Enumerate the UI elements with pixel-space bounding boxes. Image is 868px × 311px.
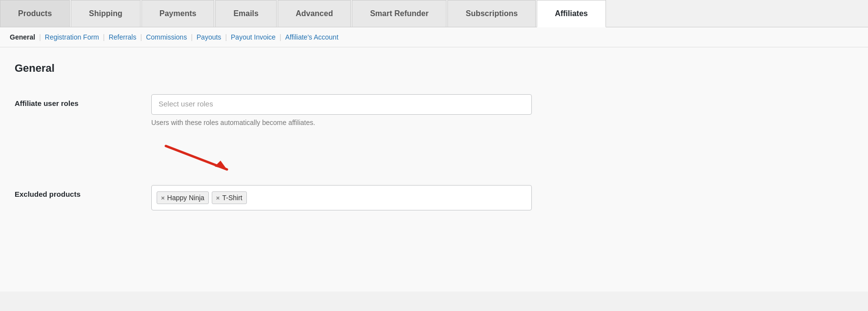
subnav-referrals[interactable]: Referrals: [109, 33, 137, 41]
excluded-products-row: Excluded products × Happy Ninja × T-Shir…: [15, 180, 853, 215]
excluded-products-label: Excluded products: [15, 185, 151, 198]
subnav-payout-invoice[interactable]: Payout Invoice: [231, 33, 276, 41]
separator-2: |: [103, 33, 105, 41]
tag-t-shirt: × T-Shirt: [212, 191, 247, 204]
top-tab-nav: Products Shipping Payments Emails Advanc…: [0, 0, 868, 27]
tab-advanced[interactable]: Advanced: [278, 0, 351, 27]
affiliate-user-roles-label: Affiliate user roles: [15, 94, 151, 107]
separator-1: |: [39, 33, 41, 41]
user-roles-description: Users with these roles automatically bec…: [151, 119, 532, 126]
tab-payments[interactable]: Payments: [141, 0, 215, 27]
tab-products[interactable]: Products: [0, 0, 70, 27]
separator-4: |: [191, 33, 193, 41]
tab-affiliates[interactable]: Affiliates: [537, 0, 606, 27]
tab-subscriptions[interactable]: Subscriptions: [447, 0, 536, 27]
main-content: General Affiliate user roles Select user…: [0, 47, 868, 291]
affiliate-user-roles-row: Affiliate user roles Select user roles U…: [15, 89, 853, 131]
subnav-commissions[interactable]: Commissions: [146, 33, 187, 41]
subnav-general[interactable]: General: [10, 33, 35, 41]
tab-smart-refunder[interactable]: Smart Refunder: [352, 0, 446, 27]
red-arrow-icon: [151, 141, 249, 175]
sub-nav: General | Registration Form | Referrals …: [0, 27, 868, 47]
tag-t-shirt-remove[interactable]: ×: [216, 194, 220, 202]
subnav-affiliates-account[interactable]: Affiliate's Account: [285, 33, 339, 41]
subnav-registration-form[interactable]: Registration Form: [45, 33, 99, 41]
tag-happy-ninja-remove[interactable]: ×: [161, 194, 165, 202]
tag-happy-ninja: × Happy Ninja: [157, 191, 209, 204]
affiliate-user-roles-field: Select user roles Users with these roles…: [151, 94, 532, 126]
subnav-payouts[interactable]: Payouts: [197, 33, 222, 41]
user-roles-placeholder: Select user roles: [159, 100, 213, 108]
tab-emails[interactable]: Emails: [215, 0, 277, 27]
separator-6: |: [280, 33, 282, 41]
section-title: General: [15, 62, 853, 75]
excluded-products-input[interactable]: × Happy Ninja × T-Shirt: [151, 185, 532, 210]
excluded-products-field: × Happy Ninja × T-Shirt: [151, 185, 532, 210]
user-roles-select[interactable]: Select user roles: [151, 94, 532, 115]
tab-shipping[interactable]: Shipping: [71, 0, 140, 27]
tag-t-shirt-label: T-Shirt: [222, 194, 242, 202]
tag-happy-ninja-label: Happy Ninja: [167, 194, 204, 202]
separator-5: |: [225, 33, 227, 41]
separator-3: |: [140, 33, 142, 41]
